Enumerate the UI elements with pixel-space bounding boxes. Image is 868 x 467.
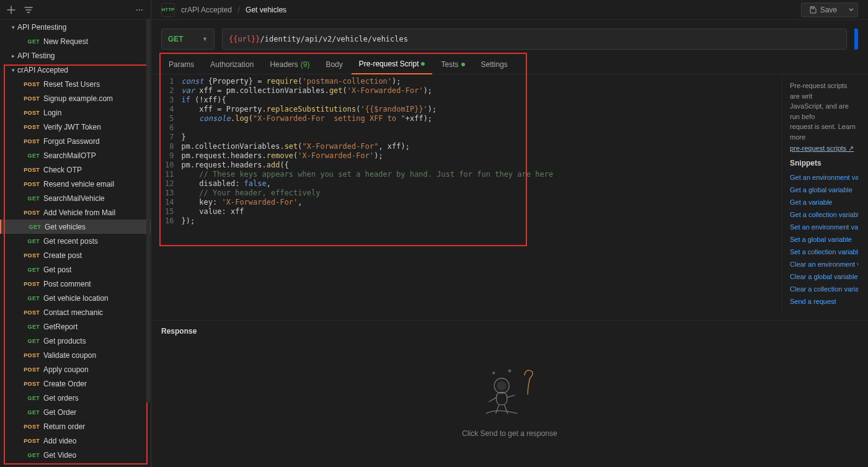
sidebar-item-forgot-password[interactable]: POSTForgot Password	[0, 134, 151, 148]
method-badge: POST	[22, 96, 40, 102]
sidebar-item-post-comment[interactable]: POSTPost comment	[0, 277, 151, 291]
save-dropdown[interactable]	[844, 2, 858, 17]
sidebar-item-create-order[interactable]: POSTCreate Order	[0, 376, 151, 391]
svg-point-1	[139, 9, 140, 11]
sidebar-item-searchmailvehicle[interactable]: GETSearchMailVehicle	[0, 191, 151, 205]
sidebar-item-get-vehicles[interactable]: GETGet vehicles	[0, 220, 151, 234]
sidebar-item-new-request[interactable]: GETNew Request	[0, 34, 151, 48]
sidebar-item-add-vehicle-from-mail[interactable]: POSTAdd Vehicle from Mail	[0, 205, 151, 220]
save-button[interactable]: Save	[801, 2, 844, 17]
breadcrumb: crAPI Accepted / Get vehicles	[181, 6, 286, 14]
chevron-down-icon: ▾	[9, 24, 17, 30]
method-badge: GET	[22, 238, 40, 244]
sidebar-item-label: Get Order	[43, 408, 76, 417]
snippet-get-a-variable[interactable]: Get a variable	[790, 196, 858, 208]
sidebar: ▾API PentestingGETNew Request▸API Testin…	[0, 0, 151, 467]
sidebar-item-create-post[interactable]: POSTCreate post	[0, 248, 151, 262]
method-badge: GET	[22, 38, 40, 45]
snippet-set-a-global-variable[interactable]: Set a global variable	[790, 233, 858, 246]
sidebar-item-get-video[interactable]: GETGet Video	[0, 448, 151, 462]
sidebar-item-label: Return order	[43, 422, 85, 431]
snippet-clear-a-global-variable[interactable]: Clear a global variable	[790, 270, 858, 283]
sidebar-item-return-order[interactable]: POSTReturn order	[0, 419, 151, 434]
sidebar-item-getreport[interactable]: GETGetReport	[0, 319, 151, 334]
tab-authorization[interactable]: Authorization	[203, 55, 261, 74]
sidebar-item-label: Signup example.com	[43, 94, 113, 103]
url-input[interactable]: {{url}}/identity/api/v2/vehicle/vehicles	[222, 29, 847, 50]
sidebar-item-signup-example.com[interactable]: POSTSignup example.com	[0, 91, 151, 105]
tab-headers[interactable]: Headers (9)	[262, 55, 317, 74]
sidebar-item-label: SearchMailVehicle	[43, 194, 105, 203]
line-gutter: 12345678910111213141516	[161, 74, 181, 314]
sidebar-item-get-orders[interactable]: GETGet orders	[0, 391, 151, 405]
learn-link[interactable]: pre-request scripts ↗	[790, 145, 854, 152]
svg-point-0	[136, 9, 138, 11]
method-value: GET	[168, 35, 184, 43]
sidebar-item-label: Get products	[43, 337, 86, 345]
tab-params[interactable]: Params	[161, 55, 202, 74]
breadcrumb-parent[interactable]: crAPI Accepted	[181, 6, 232, 14]
status-dot-icon	[421, 62, 425, 66]
sidebar-item-label: Apply coupon	[43, 365, 89, 374]
status-dot-icon	[461, 63, 465, 66]
new-icon[interactable]	[5, 4, 17, 16]
snippet-set-an-environment-variable[interactable]: Set an environment variable	[790, 221, 858, 233]
sidebar-item-resend-vehicle-email[interactable]: POSTResend vehicle email	[0, 177, 151, 191]
chevron-down-icon: ▼	[202, 36, 208, 42]
svg-point-8	[493, 372, 495, 374]
snippet-get-a-collection-variable[interactable]: Get a collection variable	[790, 208, 858, 221]
sidebar-item-label: Login	[43, 109, 61, 117]
snippet-get-an-environment-variable[interactable]: Get an environment variable	[790, 171, 858, 184]
method-badge: GET	[22, 195, 40, 202]
more-icon[interactable]	[133, 4, 146, 16]
sidebar-item-add-video[interactable]: POSTAdd video	[0, 434, 151, 448]
code-editor[interactable]: 12345678910111213141516 const {Property}…	[161, 74, 782, 314]
sidebar-item-label: Add video	[43, 437, 76, 445]
snippet-send-a-request[interactable]: Send a request	[790, 295, 858, 308]
method-badge: POST	[22, 81, 40, 87]
snippet-get-a-global-variable[interactable]: Get a global variable	[790, 184, 858, 196]
sidebar-item-label: Forgot Password	[43, 137, 100, 146]
method-badge: POST	[22, 138, 40, 145]
sidebar-item-get-vehicle-location[interactable]: GETGet vehicle location	[0, 291, 151, 305]
method-badge: POST	[22, 252, 40, 259]
folder-api-testing[interactable]: ▸API Testing	[0, 48, 151, 63]
sidebar-item-get-products[interactable]: GETGet products	[0, 334, 151, 348]
method-badge: GET	[22, 452, 40, 458]
sidebar-item-check-otp[interactable]: POSTCheck OTP	[0, 162, 151, 177]
send-button[interactable]	[854, 29, 858, 50]
tab-tests[interactable]: Tests	[433, 55, 472, 74]
response-empty: Click Send to get a response	[161, 336, 858, 461]
sidebar-item-searchmailotp[interactable]: GETSearchMailOTP	[0, 148, 151, 162]
tab-pre-request-script[interactable]: Pre-request Script	[352, 55, 433, 74]
method-badge: POST	[22, 367, 40, 373]
snippet-set-a-collection-variable[interactable]: Set a collection variable	[790, 246, 858, 258]
chevron-down-icon: ▾	[9, 67, 17, 73]
sidebar-item-contact-mechanic[interactable]: POSTContact mechanic	[0, 305, 151, 319]
sidebar-item-login[interactable]: POSTLogin	[0, 105, 151, 120]
editor-region: 12345678910111213141516 const {Property}…	[151, 74, 868, 320]
tab-settings[interactable]: Settings	[474, 55, 515, 74]
snippet-clear-an-environment-variab[interactable]: Clear an environment variab	[790, 258, 858, 270]
sidebar-item-get-post[interactable]: GETGet post	[0, 262, 151, 277]
sidebar-item-get-order[interactable]: GETGet Order	[0, 405, 151, 419]
scrollbar[interactable]	[146, 19, 150, 403]
filter-icon[interactable]	[22, 4, 35, 16]
folder-api-pentesting[interactable]: ▾API Pentesting	[0, 20, 151, 34]
svg-point-2	[141, 9, 143, 11]
tab-body[interactable]: Body	[318, 55, 350, 74]
sidebar-item-reset-test-users[interactable]: POSTReset Test Users	[0, 77, 151, 91]
snippet-clear-a-collection-variable[interactable]: Clear a collection variable	[790, 283, 858, 295]
method-select[interactable]: GET ▼	[161, 29, 215, 50]
code-body[interactable]: const {Property} = require('postman-coll…	[181, 74, 553, 314]
sidebar-item-validate-coupon[interactable]: POSTValidate coupon	[0, 348, 151, 362]
sidebar-item-verify-jwt-token[interactable]: POSTVerify JWT Token	[0, 120, 151, 134]
sidebar-item-get-recent-posts[interactable]: GETGet recent posts	[0, 234, 151, 248]
method-badge: POST	[22, 210, 40, 216]
svg-rect-3	[812, 7, 814, 9]
sidebar-item-apply-coupon[interactable]: POSTApply coupon	[0, 362, 151, 376]
astronaut-icon	[472, 358, 547, 420]
sidebar-item-label: Get post	[43, 265, 71, 274]
sidebar-item-label: Resend vehicle email	[43, 180, 114, 189]
folder-crapi-accepted[interactable]: ▾crAPI Accepted	[0, 63, 151, 77]
